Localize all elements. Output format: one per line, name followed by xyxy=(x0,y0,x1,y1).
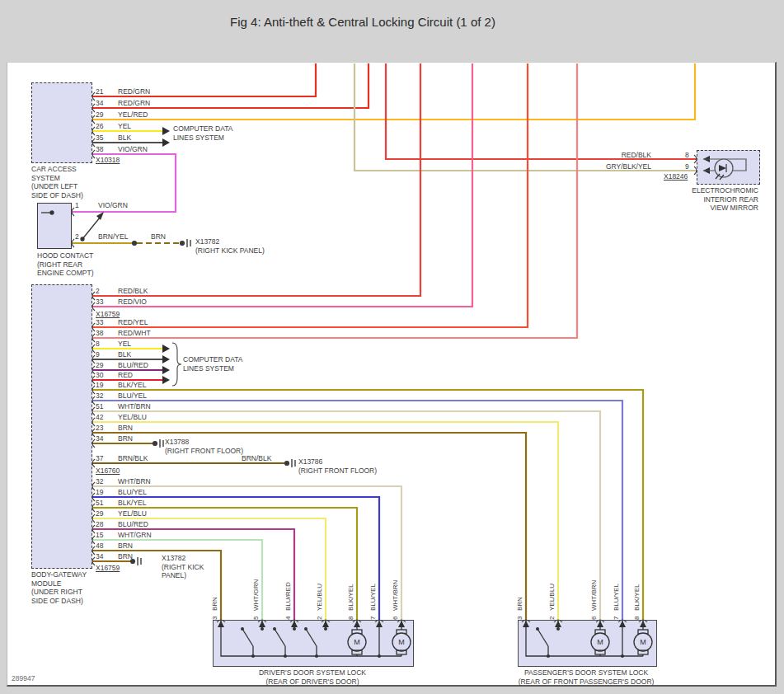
component-label-body-gateway: BODY-GATEWAY MODULE (UNDER RIGHT SIDE OF… xyxy=(31,570,87,605)
pin-number: 34 xyxy=(96,552,103,561)
wire-color-label: RED/GRN xyxy=(118,99,150,108)
component-label-passenger-lock: PASSENGER'S DOOR SYSTEM LOCK (REAR OF FR… xyxy=(491,668,681,686)
pin-number: 26 xyxy=(96,122,103,131)
wire-color-label: BRN/BLK xyxy=(118,454,148,463)
wire-color-label: WHT/BRN xyxy=(118,402,151,411)
wire-color-label: RED xyxy=(118,371,133,380)
wire-color-label: RED/YEL xyxy=(118,318,148,327)
wire-color-label: BLU/RED xyxy=(118,361,148,370)
wire-color-label: BRN xyxy=(211,597,220,611)
wire-color-label: BLU/RED xyxy=(118,520,148,529)
pin-number: 3 xyxy=(516,617,525,620)
wire-color-label: BLK/YEL xyxy=(633,584,642,611)
pin-number: 7 xyxy=(369,617,378,620)
wire-color-label: YEL/BLU xyxy=(316,584,325,611)
wire-color-label: RED/VIO xyxy=(118,298,147,307)
body-gateway-module-box xyxy=(31,284,92,569)
wire-color-label: YEL xyxy=(118,340,131,349)
connector-ref-label: X13788 (RIGHT FRONT FLOOR) xyxy=(165,438,243,455)
pin-number: 5 xyxy=(252,617,261,620)
connector-label: X16759 xyxy=(96,310,120,319)
pin-number: 6 xyxy=(590,617,599,620)
figure-title: Fig 4: Anti-theft & Central Locking Circ… xyxy=(0,15,725,29)
component-label-hood-contact: HOOD CONTACT (RIGHT REAR ENGINE COMPT) xyxy=(37,251,93,278)
wire-color-label: BLK xyxy=(118,134,131,143)
wire-color-label: BRN/YEL xyxy=(98,232,128,241)
wire-color-label: BLK/YEL xyxy=(347,584,356,611)
wire-color-label: YEL xyxy=(118,122,131,131)
connector-ref-label: X13782 (RIGHT KICK PANEL) xyxy=(195,237,265,255)
driver-lock-box xyxy=(213,620,414,667)
pin-number: 3 xyxy=(211,617,220,620)
pin-number: 34 xyxy=(96,99,103,108)
pin-number: 8 xyxy=(633,617,642,620)
pin-number: 8 xyxy=(685,151,689,160)
wire-color-label: RED/BLK xyxy=(577,151,651,160)
connector-label: X18246 xyxy=(664,172,688,181)
wire-color-label: BRN xyxy=(516,597,525,611)
component-label-driver-lock: DRIVER'S DOOR SYSTEM LOCK (REAR OF DRIVE… xyxy=(213,668,412,686)
connector-label: X16759 xyxy=(96,564,120,573)
wire-color-label: BLU/YEL xyxy=(613,584,622,611)
wire-color-label: WHT/GRN xyxy=(252,579,261,611)
pin-number: 19 xyxy=(96,381,103,390)
wire-color-label: YEL/RED xyxy=(118,110,148,120)
connector-ref-label: X13786 (RIGHT FRONT FLOOR) xyxy=(298,457,377,475)
pin-number: 6 xyxy=(392,617,401,620)
wire-color-label: BRN/BLK xyxy=(242,454,271,463)
wire-color-label: WHT/BRN xyxy=(590,580,599,611)
pin-number: 32 xyxy=(96,392,103,401)
wire-color-label: VIO/GRN xyxy=(118,145,148,154)
wire-color-label: BRN xyxy=(118,542,133,551)
wire-color-label: BLK xyxy=(118,350,131,359)
pin-number: 48 xyxy=(96,542,103,551)
pin-number: 8 xyxy=(347,617,356,620)
pin-number: 29 xyxy=(96,361,103,370)
wire-color-label: BLU/YEL xyxy=(118,488,147,497)
wire-color-label: YEL/BLU xyxy=(548,584,557,611)
pin-number: 33 xyxy=(96,298,103,307)
wire-color-label: RED/BLK xyxy=(118,287,148,296)
pin-number: 34 xyxy=(96,434,103,443)
wire-color-label: BRN xyxy=(118,424,133,433)
data-lines-note: COMPUTER DATA LINES SYSTEM xyxy=(183,355,242,373)
pin-number: 2 xyxy=(548,617,557,620)
pin-number: 30 xyxy=(96,371,103,380)
data-lines-note: COMPUTER DATA LINES SYSTEM xyxy=(173,124,232,142)
wire-color-label: WHT/GRN xyxy=(118,531,152,540)
wire-color-label: BRN xyxy=(151,232,166,241)
pin-number: 23 xyxy=(96,424,103,433)
connector-label: X10318 xyxy=(96,156,120,165)
pin-number: 28 xyxy=(96,520,103,529)
wire-color-label: BLK/YEL xyxy=(118,499,147,508)
wire-color-label: BRN xyxy=(118,552,133,561)
pin-number: 51 xyxy=(96,402,103,411)
wire-color-label: GRY/BLK/YEL xyxy=(573,162,651,171)
wire-color-label: YEL/BLU xyxy=(118,413,147,422)
mirror-box xyxy=(697,150,760,185)
pin-number: 51 xyxy=(96,499,103,508)
diagram-id: 289947 xyxy=(12,674,35,683)
wire-color-label: WHT/BRN xyxy=(118,477,151,486)
pin-number: 33 xyxy=(96,318,103,327)
car-access-system-box xyxy=(31,82,92,163)
wiring-diagram-page: Fig 4: Anti-theft & Central Locking Circ… xyxy=(0,0,784,694)
component-label-car-access: CAR ACCESS SYSTEM (UNDER LEFT SIDE OF DA… xyxy=(31,165,83,199)
pin-number: 7 xyxy=(613,617,622,620)
component-label-mirror: ELECTROCHROMIC INTERIOR REAR VIEW MIRROR xyxy=(627,186,758,213)
passenger-lock-box xyxy=(518,620,657,667)
pin-number: 2 xyxy=(96,287,100,296)
pin-number: 15 xyxy=(96,531,103,540)
hood-contact-box xyxy=(37,203,72,249)
pin-number: 4 xyxy=(284,617,293,620)
wire-color-label: WHT/BRN xyxy=(392,580,401,611)
pin-number: 8 xyxy=(96,340,100,349)
pin-number: 29 xyxy=(96,509,103,518)
pin-number: 35 xyxy=(96,134,103,143)
pin-number: 1 xyxy=(75,201,79,210)
pin-number: 32 xyxy=(96,477,103,486)
wire-color-label: RED/WHT xyxy=(118,329,151,338)
pin-number: 38 xyxy=(96,329,103,338)
pin-number: 9 xyxy=(685,162,689,171)
wire-color-label: BLU/YEL xyxy=(369,584,378,611)
